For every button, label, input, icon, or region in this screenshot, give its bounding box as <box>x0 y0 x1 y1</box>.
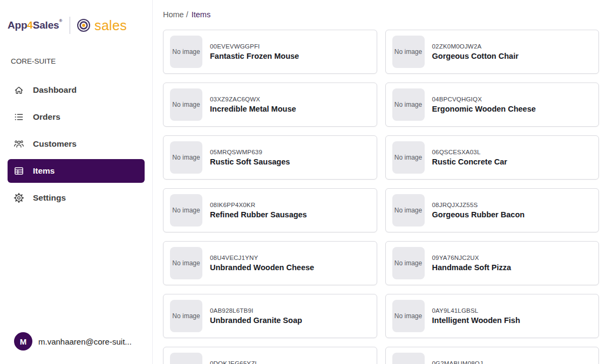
item-card-text: 00EVEVWGGPFI Fantastic Frozen Mouse <box>210 43 299 61</box>
item-card[interactable]: No image 08JRQJXJZ55S Gorgeous Rubber Ba… <box>385 188 600 232</box>
item-code: 0DQKJEG65YZI <box>210 360 257 364</box>
no-image-placeholder: No image <box>170 300 202 332</box>
logo-divider <box>70 17 70 34</box>
item-card-text: 0AY9L41LGBSL Intelligent Wooden Fish <box>432 307 520 325</box>
item-card-text: 0DQKJEG65YZI <box>210 360 257 364</box>
item-code: 05MRQSWMP639 <box>210 149 290 155</box>
item-name: Unbranded Granite Soap <box>210 316 302 325</box>
item-card[interactable]: No image 0DQKJEG65YZI <box>163 347 377 364</box>
breadcrumb-separator: / <box>186 10 188 19</box>
item-card[interactable]: No image 08IK6PP4X0KR Refined Rubber Sau… <box>163 188 377 232</box>
item-card-text: 08IK6PP4X0KR Refined Rubber Sausages <box>210 202 307 219</box>
user-email: m.vanhaaren@core-suit... <box>38 337 132 346</box>
sidebar-item-settings[interactable]: Settings <box>8 186 145 210</box>
item-name: Incredible Metal Mouse <box>210 105 296 114</box>
sidebar-item-label: Items <box>33 166 55 176</box>
item-card[interactable]: No image 09YA76NJC2UX Handmade Soft Pizz… <box>385 241 600 285</box>
user-profile[interactable]: M m.vanhaaren@core-suit... <box>14 332 132 351</box>
app-logo: App4Sales® sales <box>0 0 152 35</box>
app-root: App4Sales® sales CORE-SUITE Dashboard <box>0 0 606 364</box>
item-code: 03XZ9ZAC6QWX <box>210 96 296 102</box>
item-code: 0AB928L6TB9I <box>210 307 302 314</box>
item-code: 0G2MABUM08QJ <box>432 360 483 364</box>
gear-icon <box>13 193 24 203</box>
sidebar-item-orders[interactable]: Orders <box>8 105 145 129</box>
home-icon <box>13 85 24 95</box>
item-card-text: 05MRQSWMP639 Rustic Soft Sausages <box>210 149 290 167</box>
item-code: 08IK6PP4X0KR <box>210 202 307 208</box>
no-image-placeholder: No image <box>392 141 425 174</box>
sidebar-item-dashboard[interactable]: Dashboard <box>8 78 145 102</box>
item-name: Intelligent Wooden Fish <box>432 316 520 325</box>
item-card-text: 0G2MABUM08QJ <box>432 360 483 364</box>
sidebar-item-label: Settings <box>33 193 66 203</box>
item-card[interactable]: No image 0G2MABUM08QJ <box>385 347 600 364</box>
no-image-placeholder: No image <box>170 88 202 121</box>
logo-text-sales: Sales <box>33 19 59 31</box>
item-name: Rustic Soft Sausages <box>210 157 290 167</box>
main-content: Home/Items No image 00EVEVWGGPFI Fantast… <box>153 0 606 364</box>
environment-label: CORE-SUITE <box>11 57 152 65</box>
item-code: 0AY9L41LGBSL <box>432 307 520 314</box>
item-card[interactable]: No image 02ZK0M0OJW2A Gorgeous Cotton Ch… <box>385 30 600 74</box>
item-card[interactable]: No image 08U4VECJ1YNY Unbranded Wooden C… <box>163 241 377 285</box>
app4sales-wordmark: App4Sales® <box>8 19 62 31</box>
logo-text-app: App <box>8 19 27 31</box>
item-name: Handmade Soft Pizza <box>432 263 512 272</box>
product-logo-text: sales <box>94 18 127 33</box>
item-card[interactable]: No image 00EVEVWGGPFI Fantastic Frozen M… <box>163 30 377 74</box>
item-card[interactable]: No image 0AY9L41LGBSL Intelligent Wooden… <box>385 294 600 338</box>
item-card-text: 04BPCVQHGIQX Ergonomic Wooden Cheese <box>432 96 536 114</box>
item-card[interactable]: No image 06QSCESXA03L Rustic Concrete Ca… <box>385 135 600 180</box>
list-icon <box>13 112 24 122</box>
item-code: 02ZK0M0OJW2A <box>432 43 519 50</box>
sidebar-item-customers[interactable]: Customers <box>8 132 145 156</box>
no-image-placeholder: No image <box>392 36 425 68</box>
item-code: 00EVEVWGGPFI <box>210 43 299 50</box>
item-card[interactable]: No image 04BPCVQHGIQX Ergonomic Wooden C… <box>385 83 600 127</box>
item-card-text: 08JRQJXJZ55S Gorgeous Rubber Bacon <box>432 202 525 219</box>
item-code: 08U4VECJ1YNY <box>210 255 314 261</box>
no-image-placeholder: No image <box>392 300 425 332</box>
no-image-placeholder: No image <box>170 36 202 68</box>
item-code: 09YA76NJC2UX <box>432 255 512 261</box>
item-name: Ergonomic Wooden Cheese <box>432 105 536 114</box>
sidebar-nav: Dashboard Orders <box>0 75 152 213</box>
no-image-placeholder: No image <box>170 247 202 279</box>
no-image-placeholder: No image <box>170 141 202 174</box>
item-name: Rustic Concrete Car <box>432 157 507 167</box>
table-icon <box>13 166 24 176</box>
no-image-placeholder: No image <box>170 353 202 364</box>
item-name: Fantastic Frozen Mouse <box>210 52 299 61</box>
sidebar-item-label: Dashboard <box>33 85 77 95</box>
item-card-text: 06QSCESXA03L Rustic Concrete Car <box>432 149 507 167</box>
item-name: Gorgeous Rubber Bacon <box>432 210 525 219</box>
breadcrumb-home[interactable]: Home <box>163 10 184 19</box>
no-image-placeholder: No image <box>392 247 425 279</box>
no-image-placeholder: No image <box>170 194 202 226</box>
no-image-placeholder: No image <box>392 88 425 121</box>
item-card-text: 0AB928L6TB9I Unbranded Granite Soap <box>210 307 302 325</box>
breadcrumb: Home/Items <box>163 10 599 19</box>
logo-text-four: 4 <box>27 19 32 31</box>
item-card-text: 03XZ9ZAC6QWX Incredible Metal Mouse <box>210 96 296 114</box>
items-grid: No image 00EVEVWGGPFI Fantastic Frozen M… <box>163 30 599 364</box>
registered-mark: ® <box>59 18 62 23</box>
breadcrumb-items[interactable]: Items <box>192 10 210 19</box>
sidebar-item-label: Orders <box>33 112 60 122</box>
no-image-placeholder: No image <box>392 353 425 364</box>
item-code: 04BPCVQHGIQX <box>432 96 536 102</box>
item-card[interactable]: No image 0AB928L6TB9I Unbranded Granite … <box>163 294 377 338</box>
item-card[interactable]: No image 03XZ9ZAC6QWX Incredible Metal M… <box>163 83 377 127</box>
item-code: 06QSCESXA03L <box>432 149 507 155</box>
sidebar-item-items[interactable]: Items <box>8 159 145 183</box>
bullseye-icon <box>77 18 91 32</box>
sidebar-item-label: Customers <box>33 139 77 149</box>
item-card-text: 09YA76NJC2UX Handmade Soft Pizza <box>432 255 512 272</box>
item-card[interactable]: No image 05MRQSWMP639 Rustic Soft Sausag… <box>163 135 377 180</box>
sidebar: App4Sales® sales CORE-SUITE Dashboard <box>0 0 153 364</box>
item-card-text: 02ZK0M0OJW2A Gorgeous Cotton Chair <box>432 43 519 61</box>
people-icon <box>13 139 24 149</box>
item-name: Refined Rubber Sausages <box>210 210 307 219</box>
item-name: Gorgeous Cotton Chair <box>432 52 519 61</box>
